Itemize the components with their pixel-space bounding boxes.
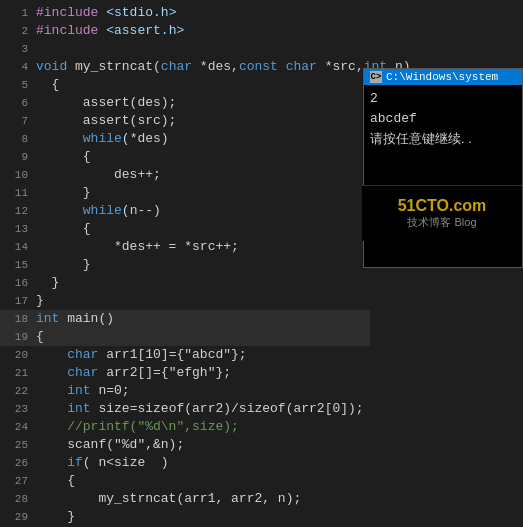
code-line: 8 while(*des): [0, 130, 370, 148]
line-number: 29: [4, 508, 28, 526]
line-number: 17: [4, 292, 28, 310]
code-text: while(n--): [36, 202, 161, 220]
line-number: 1: [4, 4, 28, 22]
terminal-line-1: 2: [370, 89, 516, 109]
code-text: my_strncat(arr1, arr2, n);: [36, 490, 301, 508]
line-number: 2: [4, 22, 28, 40]
code-text: }: [36, 508, 75, 526]
code-line: 13 {: [0, 220, 370, 238]
line-number: 15: [4, 256, 28, 274]
code-line: 11 }: [0, 184, 370, 202]
code-line: 27 {: [0, 472, 370, 490]
code-text: char arr2[]={"efgh"};: [36, 364, 231, 382]
code-line: 16 }: [0, 274, 370, 292]
code-line: 12 while(n--): [0, 202, 370, 220]
code-text: {: [36, 328, 44, 346]
watermark-text1: 51CTO.com: [398, 197, 487, 215]
terminal-icon: C>: [370, 71, 382, 83]
line-number: 8: [4, 130, 28, 148]
line-number: 4: [4, 58, 28, 76]
line-number: 7: [4, 112, 28, 130]
terminal-line-3: 请按任意键继续. .: [370, 129, 516, 149]
line-number: 9: [4, 148, 28, 166]
code-text: }: [36, 274, 59, 292]
code-text: int n=0;: [36, 382, 130, 400]
code-text: if( n<size ): [36, 454, 169, 472]
code-line: 24 //printf("%d\n",size);: [0, 418, 370, 436]
line-number: 20: [4, 346, 28, 364]
line-number: 27: [4, 472, 28, 490]
code-line: 2#include <assert.h>: [0, 22, 370, 40]
line-number: 14: [4, 238, 28, 256]
terminal-title: C:\Windows\system: [386, 71, 498, 83]
code-text: assert(src);: [36, 112, 176, 130]
code-line: 23 int size=sizeof(arr2)/sizeof(arr2[0])…: [0, 400, 370, 418]
code-line: 6 assert(des);: [0, 94, 370, 112]
code-line: 7 assert(src);: [0, 112, 370, 130]
code-container: 1#include <stdio.h>2#include <assert.h>3…: [0, 0, 370, 527]
code-text: assert(des);: [36, 94, 176, 112]
line-number: 21: [4, 364, 28, 382]
line-number: 3: [4, 40, 28, 58]
line-number: 26: [4, 454, 28, 472]
code-line: 17}: [0, 292, 370, 310]
line-number: 22: [4, 382, 28, 400]
terminal-window: C> C:\Windows\system 2 abcdef 请按任意键继续. .…: [363, 68, 523, 268]
code-line: 10 des++;: [0, 166, 370, 184]
code-text: des++;: [36, 166, 161, 184]
editor-area: 1#include <stdio.h>2#include <assert.h>3…: [0, 0, 523, 527]
code-text: *des++ = *src++;: [36, 238, 239, 256]
code-text: #include <assert.h>: [36, 22, 184, 40]
code-line: 4void my_strncat(char *des,const char *s…: [0, 58, 370, 76]
code-text: scanf("%d",&n);: [36, 436, 184, 454]
line-number: 13: [4, 220, 28, 238]
code-line: 1#include <stdio.h>: [0, 4, 370, 22]
code-text: {: [36, 472, 75, 490]
code-line: 20 char arr1[10]={"abcd"};: [0, 346, 370, 364]
code-line: 21 char arr2[]={"efgh"};: [0, 364, 370, 382]
code-text: char arr1[10]={"abcd"};: [36, 346, 247, 364]
line-number: 12: [4, 202, 28, 220]
code-text: {: [36, 148, 91, 166]
watermark: 51CTO.com 技术博客 Blog: [362, 185, 522, 241]
terminal-content: 2 abcdef 请按任意键继续. .: [364, 85, 522, 153]
line-number: 25: [4, 436, 28, 454]
code-text: void my_strncat(char *des,const char *sr…: [36, 58, 411, 76]
code-line: 5 {: [0, 76, 370, 94]
code-text: while(*des): [36, 130, 169, 148]
line-number: 16: [4, 274, 28, 292]
watermark-text2: 技术博客 Blog: [407, 215, 476, 230]
line-number: 28: [4, 490, 28, 508]
code-line: 3: [0, 40, 370, 58]
code-text: }: [36, 256, 91, 274]
code-line: 18int main(): [0, 310, 370, 328]
code-text: //printf("%d\n",size);: [36, 418, 239, 436]
code-line: 25 scanf("%d",&n);: [0, 436, 370, 454]
code-text: {: [36, 76, 59, 94]
code-text: int main(): [36, 310, 114, 328]
terminal-title-bar: C> C:\Windows\system: [364, 69, 522, 85]
line-number: 10: [4, 166, 28, 184]
code-text: }: [36, 292, 44, 310]
code-text: {: [36, 220, 91, 238]
line-number: 11: [4, 184, 28, 202]
code-line: 29 }: [0, 508, 370, 526]
line-number: 23: [4, 400, 28, 418]
terminal-line-2: abcdef: [370, 109, 516, 129]
line-number: 19: [4, 328, 28, 346]
code-line: 26 if( n<size ): [0, 454, 370, 472]
line-number: 5: [4, 76, 28, 94]
code-text: #include <stdio.h>: [36, 4, 176, 22]
code-text: }: [36, 184, 91, 202]
line-number: 18: [4, 310, 28, 328]
code-line: 15 }: [0, 256, 370, 274]
line-number: 6: [4, 94, 28, 112]
code-line: 22 int n=0;: [0, 382, 370, 400]
code-line: 28 my_strncat(arr1, arr2, n);: [0, 490, 370, 508]
line-number: 24: [4, 418, 28, 436]
code-line: 14 *des++ = *src++;: [0, 238, 370, 256]
code-line: 19{: [0, 328, 370, 346]
code-text: int size=sizeof(arr2)/sizeof(arr2[0]);: [36, 400, 364, 418]
code-line: 9 {: [0, 148, 370, 166]
